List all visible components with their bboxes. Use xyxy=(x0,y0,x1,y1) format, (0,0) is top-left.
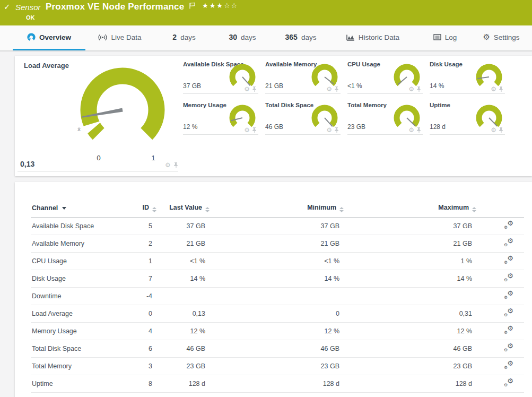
tab-bar: Overview Live Data 2 days 30 days 365 da… xyxy=(0,25,532,51)
separator xyxy=(430,93,505,94)
gauge-cell-available-disk-space: Available Disk Space 37 GB ⚙ xyxy=(183,58,265,94)
scale-min-label: 0 xyxy=(97,154,101,162)
tab-365-days[interactable]: 365 days xyxy=(271,25,330,50)
gauge-icon xyxy=(27,33,36,41)
historic-data-icon xyxy=(346,34,355,41)
table-row: Total Memory 3 23 GB 23 GB 23 GB ⚙⚙ xyxy=(31,357,524,375)
cell-maximum: 37 GB xyxy=(344,217,476,235)
tab-overview[interactable]: Overview xyxy=(13,25,85,50)
channel-settings-icon[interactable]: ⚙⚙ xyxy=(504,379,513,387)
column-label: Channel xyxy=(32,204,58,212)
gear-icon[interactable]: ⚙ xyxy=(244,86,250,92)
pin-icon[interactable] xyxy=(334,127,339,133)
cell-id: 5 xyxy=(135,217,156,235)
sort-icon xyxy=(339,207,344,212)
pin-icon[interactable] xyxy=(498,86,504,92)
tab-settings[interactable]: ⚙ Settings xyxy=(475,25,528,50)
channel-link[interactable]: Load Average xyxy=(32,310,73,317)
load-average-gauge[interactable]: x̄ 0 1 xyxy=(66,58,179,165)
priority-flag-icon[interactable] xyxy=(189,2,196,10)
channel-settings-icon[interactable]: ⚙⚙ xyxy=(504,256,513,264)
tab-log[interactable]: Log xyxy=(415,25,475,50)
tab-label: Overview xyxy=(39,33,71,41)
channel-settings-icon[interactable]: ⚙⚙ xyxy=(504,239,513,247)
channel-link[interactable]: CPU Usage xyxy=(32,257,67,265)
pin-icon[interactable] xyxy=(334,86,339,92)
gear-icon[interactable]: ⚙ xyxy=(326,86,332,92)
cell-maximum: 0,31 xyxy=(344,305,476,322)
channel-link[interactable]: Uptime xyxy=(32,380,53,387)
cell-last-value: <1 % xyxy=(156,252,210,270)
channel-link[interactable]: Memory Usage xyxy=(32,327,77,335)
cell-maximum: 21 GB xyxy=(344,235,476,252)
channel-link[interactable]: Available Memory xyxy=(32,240,84,247)
channel-settings-icon[interactable]: ⚙⚙ xyxy=(504,309,513,317)
pin-icon[interactable] xyxy=(251,86,257,92)
cell-maximum: 12 % xyxy=(344,322,476,340)
pin-icon[interactable] xyxy=(416,86,422,92)
status-text: OK xyxy=(26,14,35,21)
channel-settings-icon[interactable]: ⚙⚙ xyxy=(504,344,513,352)
channel-settings-icon[interactable]: ⚙⚙ xyxy=(504,221,513,229)
tab-live-data[interactable]: Live Data xyxy=(85,25,154,50)
gear-icon[interactable]: ⚙ xyxy=(326,127,332,133)
channel-settings-icon[interactable]: ⚙⚙ xyxy=(504,326,513,334)
cell-id: 2 xyxy=(135,235,156,252)
tab-historic-data[interactable]: Historic Data xyxy=(330,25,415,50)
gauge-title: Uptime xyxy=(430,102,450,108)
column-header-maximum[interactable]: Maximum xyxy=(344,199,476,217)
gear-icon[interactable]: ⚙ xyxy=(491,127,496,133)
channel-link[interactable]: Total Disk Space xyxy=(32,345,81,352)
tab-2-days[interactable]: 2 days xyxy=(154,25,214,50)
tab-label: days xyxy=(301,33,317,41)
separator xyxy=(265,134,341,135)
cell-last-value: 23 GB xyxy=(156,357,210,375)
cell-id: 4 xyxy=(135,322,156,340)
cell-minimum: 37 GB xyxy=(210,217,344,235)
cell-maximum: 46 GB xyxy=(344,340,476,357)
column-header-channel[interactable]: Channel xyxy=(31,199,135,217)
channel-link[interactable]: Total Memory xyxy=(32,363,72,370)
gear-icon[interactable]: ⚙ xyxy=(408,127,414,133)
log-icon xyxy=(433,34,441,40)
column-header-minimum[interactable]: Minimum xyxy=(210,199,344,217)
table-row: CPU Usage 1 <1 % <1 % 1 % ⚙⚙ xyxy=(31,252,524,270)
separator xyxy=(265,93,341,94)
gauge-cell-total-disk-space: Total Disk Space 46 GB ⚙ xyxy=(265,99,347,135)
settings-gear-icon: ⚙ xyxy=(483,33,490,41)
column-header-last-value[interactable]: Last Value xyxy=(156,199,210,217)
gauge-cell-memory-usage: Memory Usage 12 % ⚙ xyxy=(183,99,265,135)
sensor-header: ✓ Sensor Proxmox VE Node Performance ★★★… xyxy=(0,0,532,25)
cell-id: 6 xyxy=(135,340,156,357)
gear-icon[interactable]: ⚙ xyxy=(408,86,414,92)
scale-max-label: 1 xyxy=(151,154,155,162)
column-label: ID xyxy=(143,204,150,211)
tab-number: 2 xyxy=(172,33,177,41)
pin-icon[interactable] xyxy=(498,127,504,133)
channel-settings-icon[interactable]: ⚙⚙ xyxy=(504,361,513,369)
tab-30-days[interactable]: 30 days xyxy=(214,25,271,50)
status-check-icon: ✓ xyxy=(4,2,11,12)
channel-settings-icon[interactable]: ⚙⚙ xyxy=(504,291,513,299)
sort-desc-icon xyxy=(62,207,66,210)
pin-icon[interactable] xyxy=(251,127,257,133)
column-header-id[interactable]: ID xyxy=(135,199,156,217)
tab-number: 30 xyxy=(229,33,237,41)
gear-icon[interactable]: ⚙ xyxy=(244,127,250,133)
gauge-value: 14 % xyxy=(430,82,444,90)
column-header-actions xyxy=(476,199,524,217)
cell-minimum: 23 GB xyxy=(210,357,344,375)
channel-link[interactable]: Disk Usage xyxy=(32,275,66,282)
gear-icon[interactable]: ⚙ xyxy=(165,162,171,168)
cell-minimum: 21 GB xyxy=(210,235,344,252)
channel-link[interactable]: Available Disk Space xyxy=(32,222,94,230)
cell-id: 1 xyxy=(135,252,156,270)
pin-icon[interactable] xyxy=(173,162,179,168)
settings-gear-icon: ⚙ xyxy=(483,33,490,41)
gauge-cell-cpu-usage: CPU Usage <1 % ⚙ xyxy=(347,58,430,94)
channel-link[interactable]: Downtime xyxy=(32,292,62,300)
priority-stars[interactable]: ★★★☆☆ xyxy=(202,2,238,10)
pin-icon[interactable] xyxy=(416,127,422,133)
gear-icon[interactable]: ⚙ xyxy=(491,86,496,92)
channel-settings-icon[interactable]: ⚙⚙ xyxy=(504,274,513,282)
